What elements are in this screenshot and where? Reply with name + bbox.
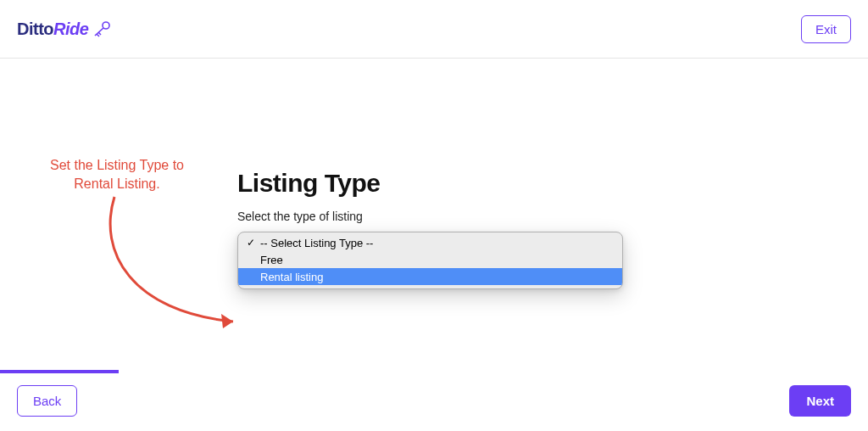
listing-type-option[interactable]: Free xyxy=(238,251,622,268)
brand-part1: Ditto xyxy=(17,20,53,39)
back-button[interactable]: Back xyxy=(17,385,77,417)
brand-logo[interactable]: DittoRide xyxy=(17,20,112,39)
key-icon xyxy=(92,20,112,37)
main-content: Set the Listing Type to Rental Listing. … xyxy=(0,59,868,372)
svg-point-0 xyxy=(103,22,109,29)
listing-type-option[interactable]: Rental listing xyxy=(238,268,622,285)
footer: Back Next xyxy=(0,380,868,431)
listing-type-dropdown[interactable]: ✓-- Select Listing Type --FreeRental lis… xyxy=(237,232,623,289)
exit-button[interactable]: Exit xyxy=(801,15,851,43)
brand-part2: Ride xyxy=(53,20,88,39)
checkmark-icon: ✓ xyxy=(245,237,257,249)
progress-bar xyxy=(0,370,119,373)
callout-arrow-icon xyxy=(81,193,250,337)
page-title: Listing Type xyxy=(237,169,627,198)
option-label: -- Select Listing Type -- xyxy=(257,237,373,249)
listing-type-option[interactable]: ✓-- Select Listing Type -- xyxy=(238,234,622,251)
listing-type-form: Listing Type Select the type of listing … xyxy=(237,169,627,232)
svg-marker-1 xyxy=(221,314,233,328)
option-label: Rental listing xyxy=(257,271,323,283)
option-label: Free xyxy=(257,254,283,266)
next-button[interactable]: Next xyxy=(789,385,851,417)
form-subtitle: Select the type of listing xyxy=(237,210,627,223)
header: DittoRide Exit xyxy=(0,0,868,59)
instruction-callout: Set the Listing Type to Rental Listing. xyxy=(41,156,193,194)
